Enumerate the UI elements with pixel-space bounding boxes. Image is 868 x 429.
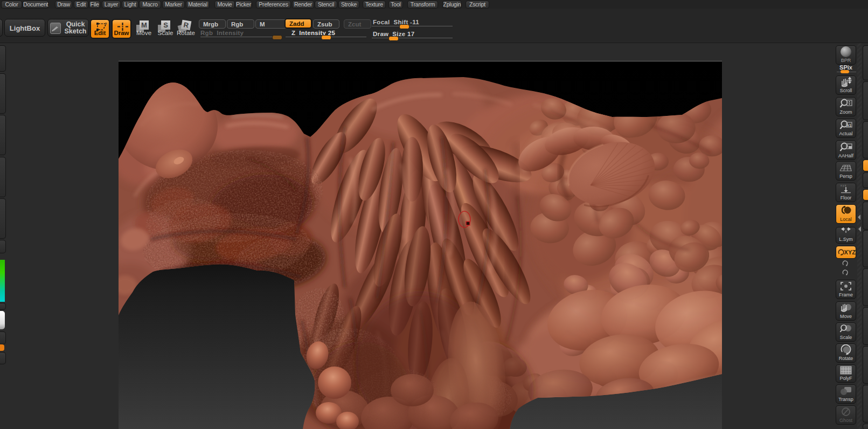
svg-text:x y z: x y z [841, 184, 846, 187]
svg-text:x1: x1 [847, 123, 851, 127]
